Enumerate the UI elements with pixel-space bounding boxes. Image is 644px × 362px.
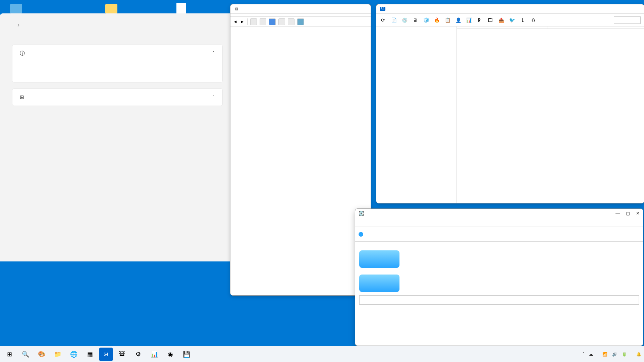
recycle-icon[interactable]: ♻ [530,17,537,23]
notification-icon[interactable]: 🔔 [636,352,641,357]
toolbar-button[interactable] [297,18,304,25]
windows-icon: ⊞ [20,94,24,100]
devmgr-menu [230,14,371,17]
disc-icon[interactable]: 💿 [401,17,408,23]
info-icon[interactable]: ℹ [519,17,526,23]
aida64-tree[interactable] [376,26,457,203]
app-pinned[interactable]: 🖼 [115,348,129,361]
file-explorer-icon[interactable]: 📁 [51,348,64,361]
health-pill [359,250,399,268]
start-button[interactable]: ⊞ [3,348,16,361]
aida64-toolbar: ⟳ 📄 💿 🖥 🧊 🔥 📋 👤 📊 🗄 🗔 📤 🐦 ℹ ♻ [376,14,644,26]
spec-icon: ⓘ [20,50,25,57]
app-pinned[interactable]: 💾 [180,348,193,361]
aida64-icon: 64 [380,7,385,11]
chevron-up-icon[interactable]: ˄ [212,51,215,57]
device-tree[interactable] [230,27,371,31]
hdd-icon: 💽 [359,211,364,216]
clipboard-icon[interactable]: 📋 [444,17,451,23]
refresh-icon[interactable]: ⟳ [380,17,386,23]
report-icon[interactable]: 📄 [390,17,397,23]
maximize-icon[interactable]: ▢ [626,211,630,216]
search-icon[interactable]: 🔍 [19,348,32,361]
taskbar: ⊞ 🔍 🎨 📁 🌐 ▦ 64 🖼 ⚙ 📊 ◉ 💾 ˄ ☁ 📶 🔊 🔋 🔔 [0,346,644,362]
chart-icon[interactable]: 📊 [466,17,472,23]
aida64-list [457,26,644,203]
col-value[interactable] [547,26,644,28]
db-icon[interactable]: 🗄 [476,17,483,23]
chevron-up-icon[interactable]: ˄ [582,352,584,357]
breadcrumb: › [12,21,223,28]
bird-icon[interactable]: 🐦 [508,17,515,23]
status-dot-icon [359,232,363,237]
user-icon[interactable]: 👤 [455,17,462,23]
disk-model [355,242,643,247]
cdi-menu [355,218,643,227]
crystaldiskinfo-window: 💽 ― ▢ ✕ [355,208,643,346]
minimize-icon[interactable]: ― [615,211,620,216]
app-pinned[interactable]: 📊 [148,348,161,361]
toolbar-button[interactable] [288,18,294,25]
monitor-icon[interactable]: 🖥 [412,17,419,23]
chevron-up-icon[interactable]: ˄ [212,94,215,100]
col-field[interactable] [457,26,547,28]
back-icon[interactable]: ◄ [233,19,237,24]
toolbar-button[interactable] [269,18,276,25]
toolbar-button[interactable] [260,18,266,25]
wifi-icon[interactable]: 📶 [602,352,607,357]
forward-icon[interactable]: ► [240,19,245,24]
temp-pill [359,275,399,292]
settings-window: › ⓘ ˄ ⊞ ˄ [0,13,235,261]
battery-icon[interactable]: 🔋 [622,352,627,357]
cdi-disk-tab[interactable] [355,227,643,242]
cube-icon[interactable]: 🧊 [423,17,429,23]
toolbar-button[interactable] [250,18,257,25]
close-icon[interactable]: ✕ [636,211,640,216]
toolbar-button[interactable] [278,18,285,25]
send-icon[interactable]: 📤 [498,17,504,23]
panel-icon[interactable]: 🗔 [487,17,494,23]
settings-icon[interactable]: ⚙ [131,348,145,361]
chevron-right-icon: › [17,21,19,28]
app-pinned[interactable]: 🎨 [35,348,48,361]
edge-icon[interactable]: 🌐 [67,348,80,361]
devmgr-toolbar: ◄ ► [230,17,371,27]
aida64-taskbar-icon[interactable]: 64 [99,348,113,361]
volume-icon[interactable]: 🔊 [612,352,617,357]
device-manager-window: 🖥 ◄ ► [230,4,371,296]
app-pinned[interactable]: ▦ [83,348,97,361]
search-input[interactable] [614,16,641,24]
device-tree-icon: 🖥 [234,7,238,11]
chrome-icon[interactable]: ◉ [164,348,177,361]
aida64-window: 64 ⟳ 📄 💿 🖥 🧊 🔥 📋 👤 📊 🗄 🗔 📤 🐦 ℹ ♻ [376,4,644,203]
cloud-icon[interactable]: ☁ [589,352,593,357]
flame-icon[interactable]: 🔥 [433,17,440,23]
attribute-table-header [359,295,639,305]
